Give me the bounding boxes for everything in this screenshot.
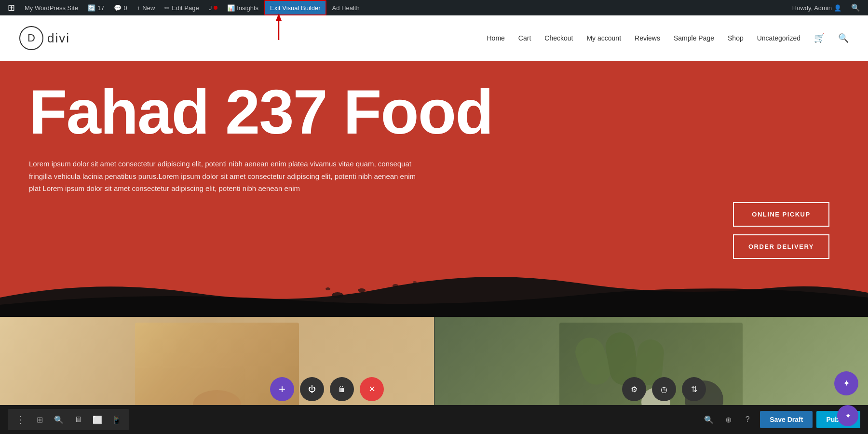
svg-point-3 (358, 288, 366, 292)
nav-uncategorized[interactable]: Uncategorized (757, 34, 800, 42)
hero-subtitle: Lorem ipsum dolor sit amet consectetur a… (29, 158, 424, 195)
hero-section: Fahad 237 Food Lorem ipsum dolor sit ame… (0, 61, 868, 317)
settings-button[interactable]: ⚙ (622, 377, 646, 401)
insights-button[interactable]: 📊 Insights (223, 0, 262, 15)
hero-buttons: ONLINE PICKUP ORDER DELIVERY (733, 202, 829, 259)
nav-sample-page[interactable]: Sample Page (674, 34, 714, 42)
site-navigation: Home Cart Checkout My account Reviews Sa… (487, 33, 849, 43)
nav-shop[interactable]: Shop (728, 34, 744, 42)
toolbar-display-button[interactable]: 🖥 (69, 411, 87, 428)
svg-point-4 (326, 287, 330, 290)
online-pickup-button[interactable]: ONLINE PICKUP (733, 202, 829, 227)
updates-button[interactable]: 🔄 17 (84, 0, 108, 15)
hero-text-col: Lorem ipsum dolor sit amet consectetur a… (29, 158, 424, 195)
toolbar-tablet-button[interactable]: ⬜ (89, 411, 106, 428)
admin-bar: ⊞ My WordPress Site 🔄 17 💬 0 + New ✏ Edi… (0, 0, 868, 15)
power-button[interactable]: ⏻ (300, 377, 324, 401)
wp-logo[interactable]: ⊞ (4, 0, 19, 15)
hero-title: Fahad 237 Food (29, 81, 839, 143)
logo[interactable]: D divi (19, 26, 70, 50)
howdy-admin[interactable]: Howdy, Admin 👤 (788, 4, 845, 12)
new-button[interactable]: + New (133, 0, 159, 15)
history-button[interactable]: ◷ (652, 377, 676, 401)
move-button[interactable]: ⇅ (682, 377, 706, 401)
site-name[interactable]: My WordPress Site (21, 0, 82, 15)
toolbar-help-button[interactable]: ? (739, 411, 756, 428)
svg-point-2 (332, 292, 343, 298)
admin-bar-right: Howdy, Admin 👤 🔍 (788, 3, 864, 12)
order-delivery-button[interactable]: ORDER DELIVERY (733, 234, 829, 259)
nav-checkout[interactable]: Checkout (544, 34, 573, 42)
logo-text: divi (47, 31, 70, 46)
search-icon[interactable]: 🔍 (838, 33, 849, 43)
logo-circle: D (19, 26, 43, 50)
edit-page-button[interactable]: ✏ Edit Page (161, 0, 203, 15)
toolbar-search-button[interactable]: 🔍 (50, 411, 68, 428)
close-button[interactable]: ✕ (360, 377, 384, 401)
comments-button[interactable]: 💬 0 (110, 0, 131, 15)
toolbar-right-icons: 🔍 ⊕ ? (700, 411, 756, 428)
nav-my-account[interactable]: My account (586, 34, 621, 42)
hero-brush-stroke (0, 269, 868, 317)
toolbar-dots-button[interactable]: ⋮ (12, 411, 29, 428)
nav-home[interactable]: Home (487, 34, 504, 42)
toolbar-right: 🔍 ⊕ ? Save Draft Publish (700, 411, 860, 428)
jetpack-button[interactable]: J (205, 0, 222, 15)
add-section-button[interactable]: + (270, 377, 294, 401)
jetpack-status-dot (214, 6, 217, 10)
exit-visual-builder-button[interactable]: Exit Visual Builder (264, 0, 326, 15)
toolbar-left: ⋮ ⊞ 🔍 🖥 ⬜ 📱 (8, 409, 129, 430)
svg-point-5 (393, 284, 398, 287)
bottom-toolbar: ⋮ ⊞ 🔍 🖥 ⬜ 📱 🔍 ⊕ ? Save Draft Publish (0, 405, 868, 434)
divi-ai-button-top[interactable]: ✦ (834, 371, 858, 395)
toolbar-search-right-button[interactable]: 🔍 (700, 411, 718, 428)
toolbar-layers-button[interactable]: ⊕ (719, 411, 737, 428)
toolbar-phone-button[interactable]: 📱 (108, 411, 125, 428)
floating-actions-right: ⚙ ◷ ⇅ (622, 377, 706, 401)
floating-actions-left: + ⏻ 🗑 ✕ (270, 377, 384, 401)
save-draft-button[interactable]: Save Draft (760, 411, 813, 428)
nav-cart[interactable]: Cart (518, 34, 531, 42)
toolbar-grid-button[interactable]: ⊞ (31, 411, 48, 428)
ad-health-button[interactable]: Ad Health (328, 0, 364, 15)
divi-ai-button-bottom[interactable]: ✦ (837, 405, 858, 426)
site-header: D divi Home Cart Checkout My account Rev… (0, 15, 868, 61)
search-admin-button[interactable]: 🔍 (847, 3, 864, 12)
nav-reviews[interactable]: Reviews (635, 34, 660, 42)
delete-button[interactable]: 🗑 (330, 377, 354, 401)
svg-point-6 (413, 281, 417, 283)
cart-icon[interactable]: 🛒 (814, 33, 825, 43)
